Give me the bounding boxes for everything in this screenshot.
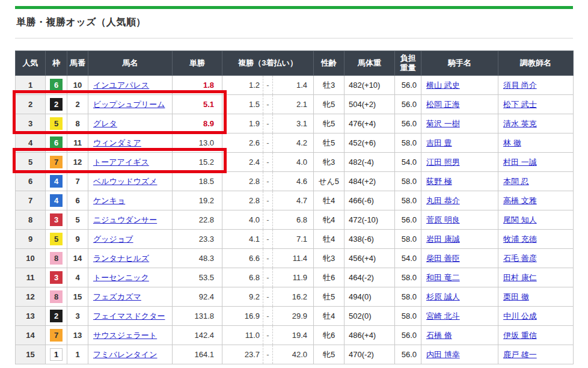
trainer-cell: 田村 康仁 (498, 268, 574, 287)
horse-name-cell: ランタナヒルズ (88, 249, 173, 268)
odds-table: 人気 枠 馬番 馬名 単勝 複勝（3着払い） 性齢 馬体重 負担 重量 騎手名 … (15, 51, 574, 364)
frame-badge: 3 (50, 271, 63, 284)
trainer-link[interactable]: 伊坂 重信 (503, 331, 537, 340)
horse-link[interactable]: インユアパレス (93, 81, 149, 90)
trainer-link[interactable]: 清水 英克 (503, 119, 537, 128)
trainer-link[interactable]: 松下 武士 (503, 100, 537, 109)
frame-badge: 5 (50, 233, 63, 245)
horse-name-cell: ニジュウダンサー (88, 210, 173, 230)
trainer-link[interactable]: 尾関 知人 (503, 215, 537, 224)
header-win-odds: 単勝 (173, 51, 222, 76)
jockey-link[interactable]: 丸田 恭介 (426, 196, 460, 205)
trainer-link[interactable]: 石毛 善彦 (503, 254, 537, 263)
horse-number: 11 (67, 133, 88, 153)
trainer-cell: 鹿戸 雄一 (498, 345, 574, 364)
table-row: 12815フェズカズマ92.49.2-16.2牡5494(0)58.0杉原 誠人… (16, 287, 574, 307)
sex-age: 牡3 (314, 76, 345, 95)
table-row: 1134トーセンニック53.56.8-11.9牡6464(-2)58.0和田 竜… (16, 268, 574, 287)
trainer-link[interactable]: 中川 公成 (503, 311, 537, 320)
trainer-link[interactable]: 村田 一誠 (503, 158, 537, 167)
jockey-link[interactable]: 松岡 正海 (426, 100, 460, 109)
horse-link[interactable]: トーセンニック (93, 273, 149, 282)
jockey-link[interactable]: 菅原 明良 (426, 215, 460, 224)
carried-weight: 58.0 (395, 133, 421, 153)
place-odds-dash: - (263, 287, 273, 307)
jockey-cell: 菊沢 一樹 (421, 114, 498, 133)
jockey-link[interactable]: 荻野 極 (426, 177, 452, 186)
horse-weight: 438(-6) (345, 230, 395, 249)
place-odds-low: 11.0 (222, 326, 263, 345)
table-row: 959グッジョブ23.34.1-7.1牡4438(-6)58.0岩田 康誠牧浦 … (16, 230, 574, 249)
jockey-link[interactable]: 石橋 脩 (426, 331, 452, 340)
horse-link[interactable]: サウスジェラート (93, 331, 157, 340)
place-odds-high: 4.7 (273, 191, 314, 210)
sex-age: 牡4 (314, 307, 345, 326)
place-odds-high: 4.2 (273, 133, 314, 153)
horse-link[interactable]: ケンキョ (93, 196, 125, 205)
jockey-link[interactable]: 杉原 誠人 (426, 292, 460, 301)
trainer-cell: 尾関 知人 (498, 210, 574, 230)
win-odds: 13.0 (173, 133, 222, 153)
horse-link[interactable]: グレタ (93, 119, 117, 128)
jockey-cell: 荻野 極 (421, 172, 498, 191)
place-odds-high: 11.9 (273, 268, 314, 287)
rank: 3 (16, 114, 46, 133)
trainer-link[interactable]: 林 徹 (503, 138, 521, 147)
win-odds: 18.5 (173, 172, 222, 191)
trainer-cell: 清水 英克 (498, 114, 574, 133)
frame-badge: 5 (50, 117, 63, 130)
carried-weight: 58.0 (395, 307, 421, 326)
horse-link[interactable]: グッジョブ (93, 235, 133, 244)
jockey-link[interactable]: 宮崎 北斗 (426, 311, 460, 320)
win-odds: 48.3 (173, 249, 222, 268)
jockey-cell: 松岡 正海 (421, 95, 498, 114)
header-trainer: 調教師名 (498, 51, 574, 76)
horse-link[interactable]: トーアアイギス (93, 158, 149, 167)
jockey-cell: 岩田 康誠 (421, 230, 498, 249)
sex-age: 牡5 (314, 133, 345, 153)
horse-number: 12 (67, 153, 88, 172)
header-rank: 人気 (16, 51, 46, 76)
horse-link[interactable]: フェイマスドクター (93, 311, 165, 320)
trainer-link[interactable]: 鹿戸 雄一 (503, 350, 537, 359)
place-odds-dash: - (263, 114, 273, 133)
horse-weight: 504(+2) (345, 95, 395, 114)
trainer-link[interactable]: 本間 忍 (503, 177, 529, 186)
place-odds-dash: - (263, 153, 273, 172)
table-row: 1511フミバレンタイン164.123.7-42.0牝5470(-2)56.0内… (16, 345, 574, 364)
horse-weight: 456(+4) (345, 249, 395, 268)
place-odds-dash: - (263, 133, 273, 153)
horse-weight: 466(-6) (345, 191, 395, 210)
frame-badge: 4 (50, 194, 63, 207)
frame-cell: 3 (46, 210, 67, 230)
horse-number: 15 (67, 287, 88, 307)
header-jockey: 騎手名 (421, 51, 498, 76)
jockey-link[interactable]: 江田 照男 (426, 158, 460, 167)
horse-link[interactable]: ニジュウダンサー (93, 215, 157, 224)
jockey-link[interactable]: 横山 武史 (426, 81, 460, 90)
place-odds-high: 2.1 (273, 95, 314, 114)
trainer-link[interactable]: 田村 康仁 (503, 273, 537, 282)
place-odds-low: 6.6 (222, 249, 263, 268)
trainer-link[interactable]: 高橋 文雅 (503, 196, 537, 205)
horse-link[interactable]: ビップシュプリーム (93, 100, 165, 109)
place-odds-low: 2.8 (222, 191, 263, 210)
jockey-link[interactable]: 和田 竜二 (426, 273, 460, 282)
jockey-link[interactable]: 柴田 善臣 (426, 254, 460, 263)
win-odds: 5.1 (173, 95, 222, 114)
jockey-link[interactable]: 岩田 康誠 (426, 235, 460, 244)
trainer-link[interactable]: 牧浦 充徳 (503, 235, 537, 244)
frame-badge: 6 (50, 79, 63, 91)
trainer-link[interactable]: 栗田 徹 (503, 292, 529, 301)
horse-link[interactable]: ランタナヒルズ (93, 254, 149, 263)
jockey-link[interactable]: 吉田 豊 (426, 138, 452, 147)
jockey-link[interactable]: 菊沢 一樹 (426, 119, 460, 128)
horse-link[interactable]: ベルウッドウズメ (93, 177, 157, 186)
trainer-link[interactable]: 須貝 尚介 (503, 81, 537, 90)
jockey-link[interactable]: 内田 博幸 (426, 350, 460, 359)
horse-link[interactable]: フェズカズマ (93, 292, 141, 301)
horse-link[interactable]: フミバレンタイン (93, 350, 157, 359)
place-odds-high: 16.2 (273, 287, 314, 307)
table-row: 647ベルウッドウズメ18.52.8-4.6せん5484(+2)58.0荻野 極… (16, 172, 574, 191)
horse-link[interactable]: ウィンダミア (93, 138, 141, 147)
